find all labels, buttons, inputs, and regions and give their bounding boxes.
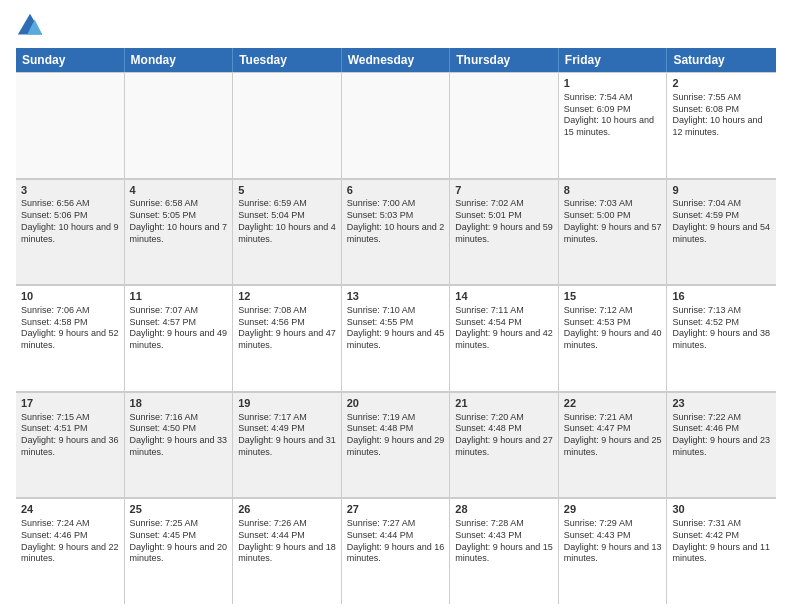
day-number: 8	[564, 183, 662, 198]
cell-info: Sunrise: 7:07 AM Sunset: 4:57 PM Dayligh…	[130, 305, 228, 352]
calendar-cell: 4Sunrise: 6:58 AM Sunset: 5:05 PM Daylig…	[125, 179, 234, 285]
calendar-cell: 27Sunrise: 7:27 AM Sunset: 4:44 PM Dayli…	[342, 498, 451, 604]
calendar-cell: 1Sunrise: 7:54 AM Sunset: 6:09 PM Daylig…	[559, 72, 668, 178]
calendar-cell: 17Sunrise: 7:15 AM Sunset: 4:51 PM Dayli…	[16, 392, 125, 498]
cell-info: Sunrise: 7:04 AM Sunset: 4:59 PM Dayligh…	[672, 198, 771, 245]
calendar: SundayMondayTuesdayWednesdayThursdayFrid…	[16, 48, 776, 604]
cell-info: Sunrise: 7:29 AM Sunset: 4:43 PM Dayligh…	[564, 518, 662, 565]
cell-info: Sunrise: 7:55 AM Sunset: 6:08 PM Dayligh…	[672, 92, 771, 139]
cell-info: Sunrise: 7:20 AM Sunset: 4:48 PM Dayligh…	[455, 412, 553, 459]
cell-info: Sunrise: 6:56 AM Sunset: 5:06 PM Dayligh…	[21, 198, 119, 245]
calendar-cell: 10Sunrise: 7:06 AM Sunset: 4:58 PM Dayli…	[16, 285, 125, 391]
calendar-cell: 12Sunrise: 7:08 AM Sunset: 4:56 PM Dayli…	[233, 285, 342, 391]
day-number: 29	[564, 502, 662, 517]
day-number: 19	[238, 396, 336, 411]
logo	[16, 12, 48, 40]
cell-info: Sunrise: 7:31 AM Sunset: 4:42 PM Dayligh…	[672, 518, 771, 565]
calendar-cell: 23Sunrise: 7:22 AM Sunset: 4:46 PM Dayli…	[667, 392, 776, 498]
day-number: 10	[21, 289, 119, 304]
cell-info: Sunrise: 7:17 AM Sunset: 4:49 PM Dayligh…	[238, 412, 336, 459]
calendar-cell: 11Sunrise: 7:07 AM Sunset: 4:57 PM Dayli…	[125, 285, 234, 391]
calendar-cell: 28Sunrise: 7:28 AM Sunset: 4:43 PM Dayli…	[450, 498, 559, 604]
day-number: 23	[672, 396, 771, 411]
calendar-row: 3Sunrise: 6:56 AM Sunset: 5:06 PM Daylig…	[16, 179, 776, 286]
header	[16, 12, 776, 40]
day-number: 9	[672, 183, 771, 198]
calendar-cell	[233, 72, 342, 178]
cell-info: Sunrise: 6:59 AM Sunset: 5:04 PM Dayligh…	[238, 198, 336, 245]
calendar-row: 1Sunrise: 7:54 AM Sunset: 6:09 PM Daylig…	[16, 72, 776, 179]
day-number: 20	[347, 396, 445, 411]
calendar-cell: 14Sunrise: 7:11 AM Sunset: 4:54 PM Dayli…	[450, 285, 559, 391]
calendar-header-cell: Wednesday	[342, 48, 451, 72]
day-number: 28	[455, 502, 553, 517]
cell-info: Sunrise: 7:10 AM Sunset: 4:55 PM Dayligh…	[347, 305, 445, 352]
calendar-cell: 25Sunrise: 7:25 AM Sunset: 4:45 PM Dayli…	[125, 498, 234, 604]
day-number: 2	[672, 76, 771, 91]
cell-info: Sunrise: 7:15 AM Sunset: 4:51 PM Dayligh…	[21, 412, 119, 459]
day-number: 18	[130, 396, 228, 411]
calendar-header-row: SundayMondayTuesdayWednesdayThursdayFrid…	[16, 48, 776, 72]
calendar-header-cell: Thursday	[450, 48, 559, 72]
calendar-cell: 19Sunrise: 7:17 AM Sunset: 4:49 PM Dayli…	[233, 392, 342, 498]
calendar-cell: 2Sunrise: 7:55 AM Sunset: 6:08 PM Daylig…	[667, 72, 776, 178]
calendar-cell: 21Sunrise: 7:20 AM Sunset: 4:48 PM Dayli…	[450, 392, 559, 498]
cell-info: Sunrise: 7:24 AM Sunset: 4:46 PM Dayligh…	[21, 518, 119, 565]
day-number: 14	[455, 289, 553, 304]
calendar-cell: 9Sunrise: 7:04 AM Sunset: 4:59 PM Daylig…	[667, 179, 776, 285]
calendar-cell: 16Sunrise: 7:13 AM Sunset: 4:52 PM Dayli…	[667, 285, 776, 391]
day-number: 12	[238, 289, 336, 304]
day-number: 11	[130, 289, 228, 304]
calendar-cell	[342, 72, 451, 178]
cell-info: Sunrise: 7:22 AM Sunset: 4:46 PM Dayligh…	[672, 412, 771, 459]
calendar-row: 24Sunrise: 7:24 AM Sunset: 4:46 PM Dayli…	[16, 498, 776, 604]
calendar-cell	[450, 72, 559, 178]
cell-info: Sunrise: 7:00 AM Sunset: 5:03 PM Dayligh…	[347, 198, 445, 245]
cell-info: Sunrise: 7:08 AM Sunset: 4:56 PM Dayligh…	[238, 305, 336, 352]
day-number: 4	[130, 183, 228, 198]
cell-info: Sunrise: 7:21 AM Sunset: 4:47 PM Dayligh…	[564, 412, 662, 459]
cell-info: Sunrise: 7:54 AM Sunset: 6:09 PM Dayligh…	[564, 92, 662, 139]
calendar-cell: 3Sunrise: 6:56 AM Sunset: 5:06 PM Daylig…	[16, 179, 125, 285]
cell-info: Sunrise: 7:06 AM Sunset: 4:58 PM Dayligh…	[21, 305, 119, 352]
day-number: 15	[564, 289, 662, 304]
calendar-cell: 6Sunrise: 7:00 AM Sunset: 5:03 PM Daylig…	[342, 179, 451, 285]
day-number: 1	[564, 76, 662, 91]
calendar-header-cell: Tuesday	[233, 48, 342, 72]
cell-info: Sunrise: 7:16 AM Sunset: 4:50 PM Dayligh…	[130, 412, 228, 459]
day-number: 26	[238, 502, 336, 517]
cell-info: Sunrise: 7:27 AM Sunset: 4:44 PM Dayligh…	[347, 518, 445, 565]
day-number: 5	[238, 183, 336, 198]
calendar-cell	[16, 72, 125, 178]
calendar-row: 17Sunrise: 7:15 AM Sunset: 4:51 PM Dayli…	[16, 392, 776, 499]
day-number: 25	[130, 502, 228, 517]
cell-info: Sunrise: 7:28 AM Sunset: 4:43 PM Dayligh…	[455, 518, 553, 565]
calendar-header-cell: Monday	[125, 48, 234, 72]
day-number: 16	[672, 289, 771, 304]
day-number: 22	[564, 396, 662, 411]
cell-info: Sunrise: 6:58 AM Sunset: 5:05 PM Dayligh…	[130, 198, 228, 245]
calendar-cell: 20Sunrise: 7:19 AM Sunset: 4:48 PM Dayli…	[342, 392, 451, 498]
calendar-cell: 24Sunrise: 7:24 AM Sunset: 4:46 PM Dayli…	[16, 498, 125, 604]
day-number: 7	[455, 183, 553, 198]
day-number: 27	[347, 502, 445, 517]
calendar-body: 1Sunrise: 7:54 AM Sunset: 6:09 PM Daylig…	[16, 72, 776, 604]
calendar-cell: 8Sunrise: 7:03 AM Sunset: 5:00 PM Daylig…	[559, 179, 668, 285]
day-number: 3	[21, 183, 119, 198]
page: SundayMondayTuesdayWednesdayThursdayFrid…	[0, 0, 792, 612]
logo-icon	[16, 12, 44, 40]
calendar-cell: 7Sunrise: 7:02 AM Sunset: 5:01 PM Daylig…	[450, 179, 559, 285]
cell-info: Sunrise: 7:02 AM Sunset: 5:01 PM Dayligh…	[455, 198, 553, 245]
calendar-cell: 26Sunrise: 7:26 AM Sunset: 4:44 PM Dayli…	[233, 498, 342, 604]
day-number: 6	[347, 183, 445, 198]
day-number: 24	[21, 502, 119, 517]
day-number: 21	[455, 396, 553, 411]
calendar-cell: 22Sunrise: 7:21 AM Sunset: 4:47 PM Dayli…	[559, 392, 668, 498]
calendar-cell: 5Sunrise: 6:59 AM Sunset: 5:04 PM Daylig…	[233, 179, 342, 285]
cell-info: Sunrise: 7:26 AM Sunset: 4:44 PM Dayligh…	[238, 518, 336, 565]
cell-info: Sunrise: 7:12 AM Sunset: 4:53 PM Dayligh…	[564, 305, 662, 352]
calendar-header-cell: Sunday	[16, 48, 125, 72]
calendar-cell: 15Sunrise: 7:12 AM Sunset: 4:53 PM Dayli…	[559, 285, 668, 391]
calendar-header-cell: Saturday	[667, 48, 776, 72]
cell-info: Sunrise: 7:03 AM Sunset: 5:00 PM Dayligh…	[564, 198, 662, 245]
